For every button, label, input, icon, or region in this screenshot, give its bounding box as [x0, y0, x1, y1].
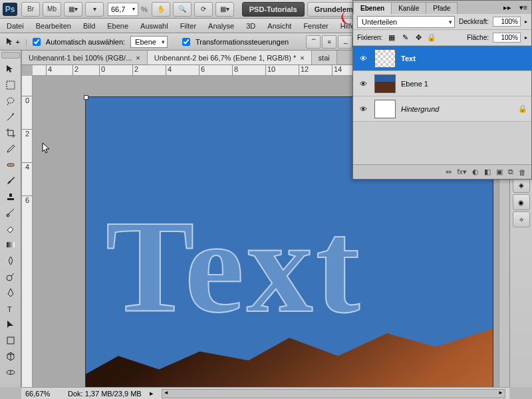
visibility-icon[interactable]: 👁 — [357, 55, 369, 63]
lock-paint-icon[interactable]: ✎ — [400, 33, 410, 42]
workspace-psd-tutorials[interactable]: PSD-Tutorials — [242, 2, 305, 17]
menu-bild[interactable]: Bild — [83, 22, 95, 30]
dodge-tool[interactable] — [2, 269, 19, 284]
svg-text:T: T — [7, 305, 12, 313]
menu-datei[interactable]: Datei — [7, 22, 24, 30]
transform-controls-checkbox[interactable] — [182, 38, 190, 46]
lock-row: Fixieren: ▦ ✎ ✥ 🔒 Fläche: 100% ▸ — [353, 30, 531, 46]
extras-button[interactable]: ▾ — [85, 2, 104, 17]
marquee-tool[interactable] — [2, 78, 19, 92]
menu-3d[interactable]: 3D — [246, 22, 255, 30]
blend-mode-select[interactable]: Unterteilen — [357, 16, 455, 28]
panel-menu-icon[interactable]: ▾≡ — [515, 1, 531, 14]
layer-hintergrund[interactable]: 👁 Hintergrund 🔒 — [353, 96, 531, 122]
wand-tool[interactable] — [2, 110, 19, 124]
lock-transparency-icon[interactable]: ▦ — [386, 33, 397, 42]
3d-camera-tool[interactable] — [2, 365, 19, 380]
transform-controls-label: Transformationssteuerungen — [196, 38, 289, 46]
zoom-field[interactable]: 66,7▾ — [108, 3, 138, 16]
bridge-button[interactable]: Br — [21, 2, 40, 17]
lock-position-icon[interactable]: ✥ — [413, 33, 424, 42]
layer-fx-icon[interactable]: fx▾ — [457, 168, 467, 176]
svg-rect-4 — [7, 242, 15, 247]
layer-thumb[interactable] — [374, 49, 396, 68]
move-tool[interactable] — [2, 62, 19, 76]
menu-analyse[interactable]: Analyse — [208, 22, 234, 30]
opacity-label: Deckkraft: — [459, 18, 489, 25]
layer-text[interactable]: 👁 Text — [353, 46, 531, 71]
fill-input[interactable]: 100% — [493, 33, 521, 43]
layer-list-empty — [353, 122, 531, 164]
status-zoom[interactable]: 66,67% — [25, 390, 60, 398]
crop-tool[interactable] — [2, 126, 19, 140]
collapse-icon[interactable]: ▸▸ — [499, 1, 515, 14]
arrange-icon[interactable]: ▦▾ — [215, 2, 234, 17]
hand-icon[interactable]: ✋ — [152, 2, 170, 17]
eyedropper-tool[interactable] — [2, 142, 19, 156]
layer-name[interactable]: Hintergrund — [401, 105, 513, 113]
gradient-tool[interactable] — [2, 237, 19, 252]
app-logo: Ps — [3, 3, 17, 16]
paths-panel-icon[interactable]: ✧ — [513, 211, 530, 227]
svg-point-1 — [7, 98, 14, 103]
menu-ansicht[interactable]: Ansicht — [267, 22, 291, 30]
menu-filter[interactable]: Filter — [180, 22, 196, 30]
lasso-tool[interactable] — [2, 94, 19, 108]
heal-tool[interactable] — [2, 158, 19, 172]
visibility-icon[interactable]: 👁 — [357, 80, 369, 88]
menu-fenster[interactable]: Fenster — [303, 22, 328, 30]
auto-select-checkbox[interactable] — [33, 38, 41, 46]
menu-auswahl[interactable]: Auswahl — [140, 22, 168, 30]
new-layer-icon[interactable]: ⧉ — [508, 168, 513, 176]
menu-bearbeiten[interactable]: Bearbeiten — [36, 22, 71, 30]
stamp-tool[interactable] — [2, 190, 19, 204]
align-bottom-icon[interactable]: ⎽ — [338, 35, 352, 49]
layer-name[interactable]: Ebene 1 — [401, 80, 527, 88]
adjustment-layer-icon[interactable]: ◧ — [484, 168, 491, 176]
history-brush-tool[interactable] — [2, 205, 19, 220]
ruler-vertical[interactable]: 0 2 4 6 — [22, 76, 33, 387]
doc-tab-2[interactable]: Unbenannt-2 bei 66,7% (Ebene 1, RGB/8) *… — [148, 51, 312, 65]
pen-tool[interactable] — [2, 285, 19, 300]
fill-label: Fläche: — [467, 34, 489, 41]
menu-ebene[interactable]: Ebene — [107, 22, 128, 30]
minibridge-button[interactable]: Mb — [43, 2, 61, 17]
align-vmid-icon[interactable]: ≡ — [322, 35, 336, 49]
toolbox-handle[interactable] — [1, 52, 20, 59]
close-icon[interactable]: × — [300, 54, 304, 62]
close-icon[interactable]: × — [136, 54, 140, 62]
channels-panel-icon[interactable]: ◉ — [513, 194, 530, 210]
opacity-input[interactable]: 100% — [493, 17, 521, 27]
shape-tool[interactable] — [2, 333, 19, 348]
tab-kanaele[interactable]: Kanäle — [391, 2, 426, 14]
layer-mask-icon[interactable]: ◐ — [472, 168, 479, 176]
layer-name[interactable]: Text — [401, 55, 527, 63]
status-menu-icon[interactable]: ▸ — [150, 389, 154, 398]
auto-select-target[interactable]: Ebene — [130, 36, 168, 48]
zoom-icon[interactable]: 🔍 — [173, 2, 192, 17]
tab-pfade[interactable]: Pfade — [426, 2, 458, 14]
brush-tool[interactable] — [2, 174, 19, 188]
eraser-tool[interactable] — [2, 221, 19, 236]
svg-rect-0 — [7, 81, 15, 89]
screen-mode-button[interactable]: ▦▾ — [64, 2, 82, 17]
link-layers-icon[interactable]: ⇔ — [446, 168, 452, 176]
visibility-icon[interactable]: 👁 — [357, 105, 369, 113]
blur-tool[interactable] — [2, 253, 19, 268]
align-top-icon[interactable]: ⎺ — [306, 35, 321, 49]
path-select-tool[interactable] — [2, 317, 19, 332]
toolbox: T — [0, 51, 21, 387]
group-icon[interactable]: ▣ — [496, 168, 503, 176]
doc-tab-3[interactable]: stai — [312, 51, 337, 65]
layer-thumb[interactable] — [374, 74, 396, 93]
lock-all-icon[interactable]: 🔒 — [426, 33, 437, 42]
rotate-icon[interactable]: ⟳ — [194, 2, 213, 17]
3d-tool[interactable] — [2, 349, 19, 364]
type-tool[interactable]: T — [2, 301, 19, 316]
layer-ebene1[interactable]: 👁 Ebene 1 — [353, 71, 531, 96]
horizontal-scrollbar[interactable] — [162, 389, 505, 398]
layer-thumb[interactable] — [374, 100, 396, 118]
transform-handle[interactable] — [84, 95, 88, 100]
trash-icon[interactable]: 🗑 — [519, 168, 526, 176]
doc-tab-1[interactable]: Unbenannt-1 bei 100% (RGB/...× — [22, 51, 148, 65]
